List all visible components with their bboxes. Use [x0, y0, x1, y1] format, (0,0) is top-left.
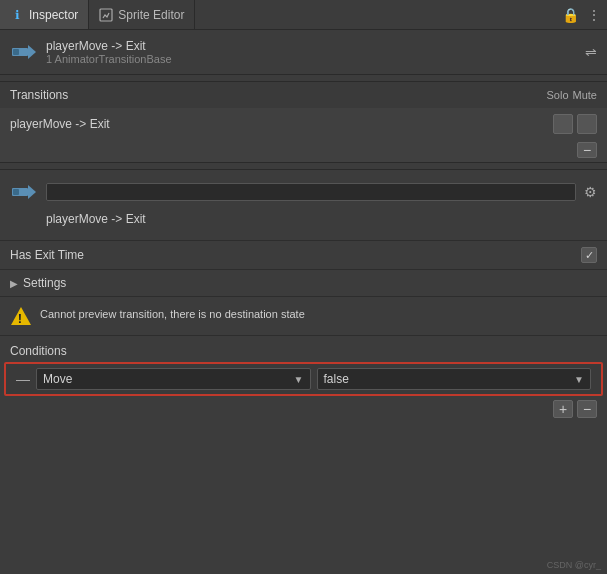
- remove-transition-button[interactable]: −: [577, 142, 597, 158]
- svg-rect-6: [13, 189, 19, 195]
- warning-section: ! Cannot preview transition, there is no…: [0, 296, 607, 335]
- remove-condition-button[interactable]: −: [577, 400, 597, 418]
- collapse-triangle-icon: ▶: [10, 278, 18, 289]
- tab-bar: ℹ Inspector Sprite Editor 🔒 ⋮: [0, 0, 607, 30]
- lock-icon[interactable]: 🔒: [562, 7, 579, 23]
- condition-name-arrow-icon: ▼: [294, 374, 304, 385]
- progress-bar-fill: [47, 184, 575, 200]
- header-right: ⇌: [585, 44, 597, 60]
- minus-btn-row: −: [0, 140, 607, 162]
- add-condition-button[interactable]: +: [553, 400, 573, 418]
- checkmark-icon: ✓: [585, 249, 594, 262]
- transition-detail-icon: [10, 178, 38, 206]
- tab-sprite-editor[interactable]: Sprite Editor: [89, 0, 195, 29]
- tab-inspector[interactable]: ℹ Inspector: [0, 0, 89, 29]
- transition-arrow-icon: [10, 38, 38, 66]
- condition-value-arrow-icon: ▼: [574, 374, 584, 385]
- transitions-section-header: Transitions Solo Mute: [0, 82, 607, 108]
- solo-toggle[interactable]: [553, 114, 573, 134]
- svg-marker-2: [28, 45, 36, 59]
- header-left: playerMove -> Exit 1 AnimatorTransitionB…: [10, 38, 172, 66]
- toggle-boxes: [553, 114, 597, 134]
- conditions-row: — Move ▼ false ▼: [4, 362, 603, 396]
- transition-row: playerMove -> Exit: [0, 108, 607, 140]
- transitions-section: Transitions Solo Mute playerMove -> Exit…: [0, 81, 607, 163]
- header-text: playerMove -> Exit 1 AnimatorTransitionB…: [46, 39, 172, 65]
- sliders-icon[interactable]: ⇌: [585, 44, 597, 60]
- tab-inspector-label: Inspector: [29, 8, 78, 22]
- has-exit-time-checkbox[interactable]: ✓: [581, 247, 597, 263]
- gear-icon[interactable]: ⚙: [584, 184, 597, 200]
- mute-toggle[interactable]: [577, 114, 597, 134]
- condition-name-text: Move: [43, 372, 72, 386]
- conditions-section: Conditions — Move ▼ false ▼ + −: [0, 335, 607, 422]
- header-section: playerMove -> Exit 1 AnimatorTransitionB…: [0, 30, 607, 75]
- mute-label: Mute: [573, 89, 597, 101]
- inspector-icon: ℹ: [10, 8, 24, 22]
- tab-spacer: [195, 0, 556, 29]
- header-title: playerMove -> Exit: [46, 39, 172, 53]
- watermark: CSDN @cyr_: [547, 560, 601, 570]
- condition-name-dropdown[interactable]: Move ▼: [36, 368, 311, 390]
- transitions-title: Transitions: [10, 88, 68, 102]
- bottom-controls: + −: [0, 396, 607, 422]
- transition-name: playerMove -> Exit: [10, 117, 110, 131]
- header-subtitle: 1 AnimatorTransitionBase: [46, 53, 172, 65]
- has-exit-time-row: Has Exit Time ✓: [0, 240, 607, 269]
- solo-label: Solo: [547, 89, 569, 101]
- transition-progress-bar[interactable]: [46, 183, 576, 201]
- has-exit-time-checkbox-container: ✓: [581, 247, 597, 263]
- warning-text: Cannot preview transition, there is no d…: [40, 305, 305, 322]
- conditions-title: Conditions: [10, 344, 67, 358]
- has-exit-time-label: Has Exit Time: [10, 248, 84, 262]
- conditions-header: Conditions: [0, 338, 607, 362]
- condition-minus-icon: —: [16, 371, 30, 387]
- svg-text:!: !: [18, 311, 22, 326]
- solo-mute-labels: Solo Mute: [547, 89, 598, 101]
- settings-label: Settings: [23, 276, 66, 290]
- tab-controls: 🔒 ⋮: [556, 0, 607, 29]
- condition-value-text: false: [324, 372, 349, 386]
- transition-detail-label: playerMove -> Exit: [10, 210, 597, 232]
- svg-marker-5: [28, 185, 36, 199]
- condition-value-dropdown[interactable]: false ▼: [317, 368, 592, 390]
- tab-sprite-editor-label: Sprite Editor: [118, 8, 184, 22]
- transition-detail-row: ⚙: [10, 178, 597, 206]
- svg-rect-3: [13, 49, 19, 55]
- menu-icon[interactable]: ⋮: [587, 7, 601, 23]
- svg-rect-0: [100, 9, 112, 21]
- warning-icon: !: [10, 305, 32, 327]
- transition-detail: ⚙ playerMove -> Exit: [0, 169, 607, 240]
- settings-row[interactable]: ▶ Settings: [0, 269, 607, 296]
- sprite-editor-icon: [99, 8, 113, 22]
